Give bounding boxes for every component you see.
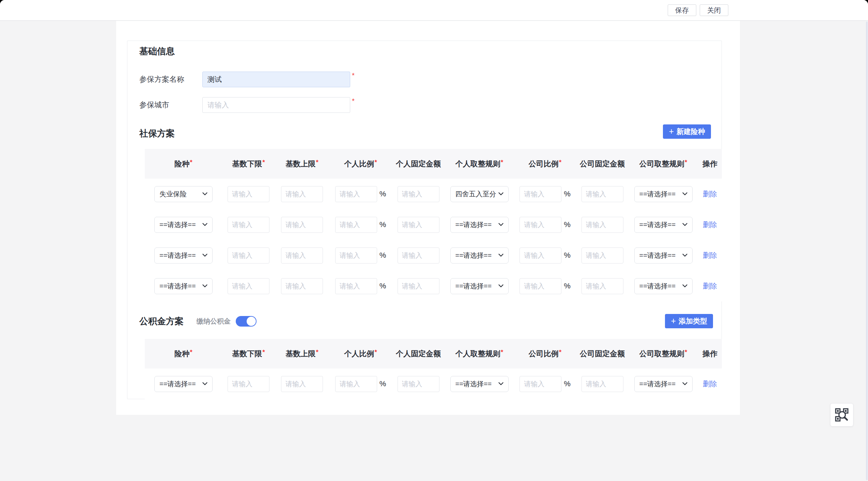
personal-rounding-select-value: ==请选择== — [455, 379, 492, 389]
chevron-down-icon — [498, 382, 503, 386]
personal-fixed-input[interactable] — [398, 217, 439, 233]
base-lower-input[interactable] — [228, 217, 269, 233]
save-button[interactable]: 保存 — [668, 4, 696, 16]
delete-row-button[interactable]: 删除 — [703, 281, 717, 291]
content-panel: 基础信息 参保方案名称 * 参保城市 * 社保方案 + 新建险种 险种*基数下限… — [116, 21, 740, 415]
company-rounding-select-cell: ==请选择== — [629, 278, 698, 294]
personal-ratio-input[interactable] — [335, 278, 377, 294]
personal-fixed-input[interactable] — [398, 376, 439, 392]
chevron-down-icon — [202, 223, 207, 226]
required-asterisk: * — [262, 348, 265, 356]
column-header-label: 公司比例 — [529, 160, 559, 168]
table-row: 失业保险%四舍五入至分%==请选择==删除 — [145, 179, 722, 209]
column-header-label: 个人固定金额 — [396, 349, 441, 358]
column-header: 基数上限* — [275, 159, 329, 169]
personal-rounding-select[interactable]: 四舍五入至分 — [450, 186, 509, 202]
scrollbar[interactable] — [866, 21, 868, 480]
insurance-type-select[interactable]: 失业保险 — [154, 186, 213, 202]
base-upper-input[interactable] — [281, 278, 323, 294]
add-type-button[interactable]: + 添加类型 — [665, 314, 713, 328]
base-upper-input-cell — [275, 376, 329, 392]
percent-sign: % — [564, 220, 571, 229]
base-lower-input[interactable] — [228, 247, 269, 264]
company-ratio-input[interactable] — [520, 247, 561, 264]
company-ratio-input[interactable] — [520, 186, 561, 202]
base-lower-input[interactable] — [228, 376, 269, 392]
personal-fixed-input[interactable] — [398, 186, 439, 202]
company-fixed-input[interactable] — [582, 376, 623, 392]
company-fixed-input[interactable] — [582, 247, 623, 264]
insurance-type-select[interactable]: ==请选择== — [154, 376, 213, 392]
close-button[interactable]: 关闭 — [700, 4, 728, 16]
insurance-type-select-value: ==请选择== — [159, 220, 196, 229]
personal-fixed-input[interactable] — [398, 278, 439, 294]
personal-rounding-select-cell: ==请选择== — [445, 278, 514, 294]
personal-ratio-input[interactable] — [335, 186, 377, 202]
personal-rounding-select-value: 四舍五入至分 — [455, 190, 496, 199]
personal-rounding-select-value: ==请选择== — [455, 251, 492, 260]
base-upper-input[interactable] — [281, 247, 323, 264]
chevron-down-icon — [202, 254, 207, 257]
base-upper-input[interactable] — [281, 376, 323, 392]
company-rounding-select[interactable]: ==请选择== — [634, 217, 693, 233]
company-fixed-input[interactable] — [582, 278, 623, 294]
operation-cell: 删除 — [698, 220, 722, 229]
insurance-type-select[interactable]: ==请选择== — [154, 278, 213, 294]
company-ratio-input[interactable] — [520, 217, 561, 233]
base-upper-input[interactable] — [281, 217, 323, 233]
personal-rounding-select[interactable]: ==请选择== — [450, 376, 509, 392]
company-rounding-select[interactable]: ==请选择== — [634, 278, 693, 294]
column-header-label: 公司取整规则 — [639, 160, 684, 168]
personal-ratio-input[interactable] — [335, 217, 377, 233]
toggle-knob — [247, 317, 256, 326]
company-rounding-select[interactable]: ==请选择== — [634, 376, 693, 392]
company-rounding-select[interactable]: ==请选择== — [634, 186, 693, 202]
insurance-type-select[interactable]: ==请选择== — [154, 247, 213, 264]
company-ratio-input[interactable] — [520, 376, 561, 392]
qr-scan-button[interactable] — [830, 403, 853, 426]
chevron-down-icon — [682, 284, 687, 288]
personal-ratio-input-cell: % — [329, 247, 392, 264]
table-row: ==请选择==%==请选择==%==请选择==删除 — [145, 271, 722, 301]
company-fixed-input[interactable] — [582, 217, 623, 233]
delete-row-button[interactable]: 删除 — [703, 379, 717, 389]
personal-ratio-input[interactable] — [335, 376, 377, 392]
base-upper-input[interactable] — [281, 186, 323, 202]
delete-row-button[interactable]: 删除 — [703, 251, 717, 260]
table-row: ==请选择==%==请选择==%==请选择==删除 — [145, 369, 722, 399]
plus-icon: + — [671, 317, 676, 325]
base-lower-input[interactable] — [228, 278, 269, 294]
insurance-type-select-value: 失业保险 — [159, 190, 187, 199]
delete-row-button[interactable]: 删除 — [703, 189, 717, 199]
personal-ratio-input[interactable] — [335, 247, 377, 264]
company-fixed-input[interactable] — [582, 186, 623, 202]
insurance-type-select[interactable]: ==请选择== — [154, 217, 213, 233]
delete-row-button[interactable]: 删除 — [703, 220, 717, 229]
personal-fixed-input[interactable] — [398, 247, 439, 264]
required-asterisk: * — [316, 159, 318, 166]
personal-fixed-input-cell — [392, 186, 445, 202]
company-ratio-input[interactable] — [520, 278, 561, 294]
chevron-down-icon — [498, 192, 503, 196]
city-row: 参保城市 * — [139, 97, 355, 113]
add-insurance-button[interactable]: + 新建险种 — [663, 124, 711, 139]
base-lower-input[interactable] — [228, 186, 269, 202]
required-asterisk: * — [352, 72, 355, 79]
company-rounding-select[interactable]: ==请选择== — [634, 247, 693, 264]
chevron-down-icon — [202, 382, 207, 386]
personal-rounding-select[interactable]: ==请选择== — [450, 217, 509, 233]
column-header: 险种* — [145, 348, 222, 359]
insurance-type-select-value: ==请选择== — [159, 251, 196, 260]
personal-rounding-select[interactable]: ==请选择== — [450, 247, 509, 264]
operation-cell: 删除 — [698, 281, 722, 291]
pay-fund-toggle[interactable] — [236, 316, 257, 327]
table-header-row: 险种*基数下限*基数上限*个人比例*个人固定金额个人取整规则*公司比例*公司固定… — [145, 149, 722, 179]
base-lower-input-cell — [222, 186, 275, 202]
personal-rounding-select-value: ==请选择== — [455, 220, 492, 229]
column-header: 公司比例* — [514, 348, 576, 359]
city-input[interactable] — [202, 97, 350, 113]
personal-rounding-select[interactable]: ==请选择== — [450, 278, 509, 294]
required-asterisk: * — [685, 159, 687, 166]
personal-ratio-input-cell: % — [329, 376, 392, 392]
plan-name-input[interactable] — [202, 72, 350, 87]
